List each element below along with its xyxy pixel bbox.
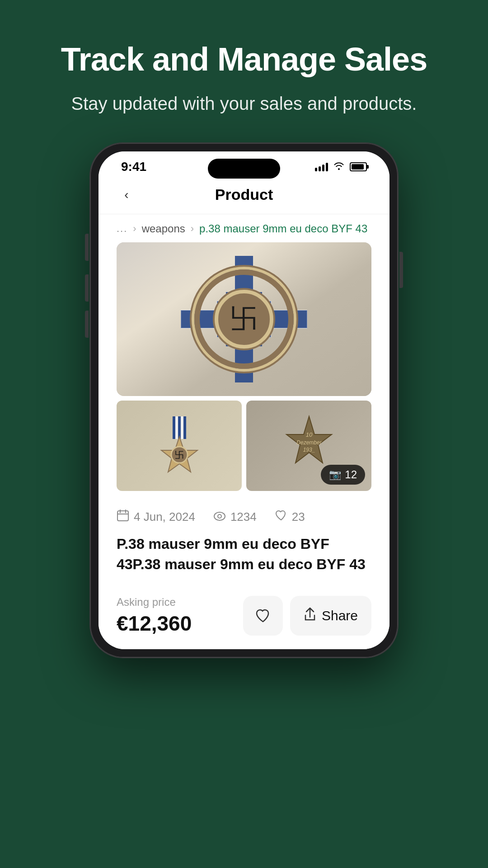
product-likes: 23 [292,510,305,524]
meta-date: 4 Jun, 2024 [117,509,195,525]
signal-bars-icon [315,162,328,171]
favorite-button[interactable] [243,596,283,636]
product-title: P.38 mauser 9mm eu deco BYF 43P.38 mause… [117,534,371,575]
product-title-section: P.38 mauser 9mm eu deco BYF 43P.38 mause… [99,525,389,585]
eye-icon [213,509,226,524]
phone-screen: 9:41 [99,151,389,650]
wifi-icon [333,161,344,173]
breadcrumb-chevron-2-icon: › [191,223,194,235]
hero-section: Track and Manage Sales Stay updated with… [0,0,488,143]
dynamic-island [208,159,280,179]
hero-subtitle: Stay updated with your sales and product… [27,91,461,116]
status-time: 9:41 [121,160,146,174]
share-label: Share [322,608,358,623]
action-buttons: Share [243,596,371,636]
back-arrow-icon: ‹ [124,188,128,202]
product-date: 4 Jun, 2024 [134,510,195,524]
photo-count-badge: 📷 12 [321,465,365,485]
svg-text:193_: 193_ [303,447,315,453]
main-product-image[interactable]: 卐 [117,242,371,396]
meta-likes: 23 [275,509,305,524]
svg-text:卐: 卐 [175,450,184,460]
price-amount: €12,360 [117,611,192,636]
phone-frame: 9:41 [90,143,398,658]
medal-decoration: 卐 [185,260,303,378]
center-medallion: 卐 [215,290,273,349]
share-icon [304,607,316,625]
price-section: Asking price €12,360 [99,585,389,649]
battery-icon [350,162,367,171]
meta-views: 1234 [213,509,257,524]
breadcrumb-current[interactable]: p.38 mauser 9mm eu deco BYF 43 [199,222,367,235]
photo-count: 12 [345,468,357,481]
svg-rect-10 [117,511,128,521]
price-label: Asking price [117,596,192,609]
hero-title: Track and Manage Sales [27,41,461,78]
svg-point-14 [214,512,225,520]
breadcrumb: ... › weapons › p.38 mauser 9mm eu deco … [99,214,389,242]
nav-title: Product [136,186,352,203]
status-bar: 9:41 [99,151,389,178]
back-button[interactable]: ‹ [117,185,136,205]
breadcrumb-dots[interactable]: ... [117,223,127,235]
svg-text:10: 10 [305,431,312,438]
app-nav: ‹ Product [99,178,389,214]
share-button[interactable]: Share [290,596,371,636]
product-views: 1234 [230,510,257,524]
product-images: 卐 卐 [99,242,389,500]
thumbnail-row: 卐 10 Dezember 193_ [117,401,371,491]
center-symbol: 卐 [230,301,258,337]
calendar-icon [117,509,129,525]
heart-outline-icon [275,509,287,524]
product-thumbnail-2[interactable]: 10 Dezember 193_ 📷 12 [246,401,371,491]
breadcrumb-chevron-1-icon: › [133,223,136,235]
product-thumbnail-1[interactable]: 卐 [117,401,242,491]
svg-point-15 [218,514,221,518]
breadcrumb-parent[interactable]: weapons [142,222,185,235]
camera-icon: 📷 [329,469,341,481]
thumb-medal-1: 卐 [152,416,206,475]
phone-mockup: 9:41 [90,143,398,658]
status-icons [315,161,367,173]
product-meta: 4 Jun, 2024 1234 [99,500,389,525]
svg-text:Dezember: Dezember [296,439,322,446]
price-info: Asking price €12,360 [117,596,192,636]
